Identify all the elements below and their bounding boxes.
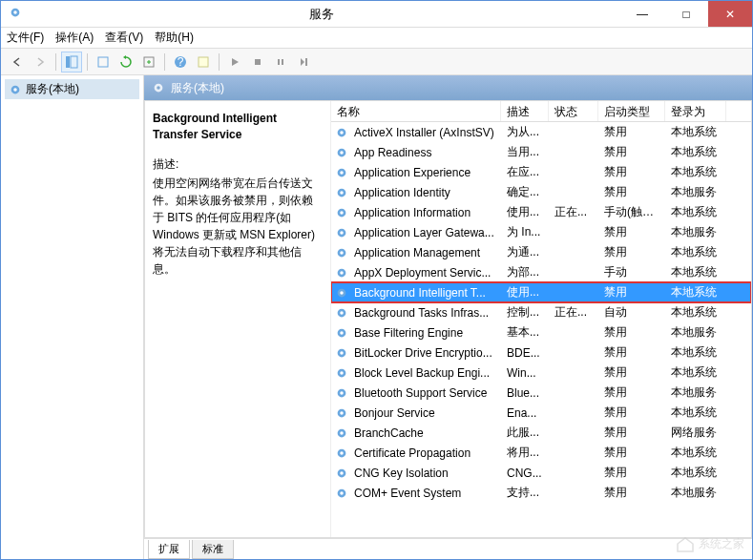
service-name: Application Layer Gatewa... (348, 226, 501, 239)
service-row[interactable]: Background Tasks Infras...控制...正在...自动本地… (331, 302, 751, 322)
help-button[interactable]: ? (170, 52, 191, 73)
service-name: Background Intelligent T... (348, 286, 501, 300)
svg-point-22 (340, 171, 344, 175)
back-button[interactable] (7, 52, 28, 73)
service-row[interactable]: Application Identity确定...禁用本地服务 (331, 182, 751, 202)
service-row[interactable]: AppX Deployment Servic...为部...手动本地系统 (331, 262, 751, 282)
service-row[interactable]: Application Management为通...禁用本地系统 (331, 242, 751, 262)
service-row[interactable]: Base Filtering Engine基本...禁用本地服务 (331, 322, 751, 342)
service-name: Application Experience (348, 166, 501, 179)
service-logon: 本地系统 (665, 284, 726, 301)
gear-icon (335, 246, 348, 259)
menu-view[interactable]: 查看(V) (105, 30, 143, 46)
column-status[interactable]: 状态 (549, 101, 598, 121)
svg-point-18 (340, 131, 344, 135)
action-button[interactable] (193, 52, 214, 73)
svg-point-34 (340, 291, 344, 295)
show-tree-button[interactable] (61, 52, 82, 73)
service-row[interactable]: BranchCache此服...禁用网络服务 (331, 423, 751, 443)
tree-item-services[interactable]: 服务(本地) (5, 79, 139, 99)
refresh-button[interactable] (115, 52, 136, 73)
svg-point-24 (340, 191, 344, 195)
toolbar: ? (1, 49, 752, 75)
service-row[interactable]: Background Intelligent T...使用...禁用本地系统 (331, 282, 751, 302)
service-logon: 本地系统 (665, 244, 726, 260)
service-row[interactable]: App Readiness当用...禁用本地系统 (331, 142, 751, 162)
service-row[interactable]: BitLocker Drive Encryptio...BDE...禁用本地系统 (331, 342, 751, 363)
service-name: Background Tasks Infras... (348, 306, 501, 320)
service-row[interactable]: Bluetooth Support ServiceBlue...禁用本地服务 (331, 383, 751, 403)
tree-panel: 服务(本地) (1, 75, 144, 559)
list-rows[interactable]: ActiveX Installer (AxInstSV)为从...禁用本地系统A… (331, 122, 751, 537)
service-desc: 确定... (501, 184, 549, 200)
column-logon[interactable]: 登录为 (665, 101, 726, 121)
start-service-button[interactable] (224, 52, 245, 73)
restart-service-button[interactable] (293, 52, 314, 73)
forward-button[interactable] (30, 52, 51, 73)
service-desc: 使用... (501, 204, 549, 220)
service-row[interactable]: Application Layer Gatewa...为 In...禁用本地服务 (331, 222, 751, 242)
service-start: 禁用 (598, 164, 665, 180)
gear-icon (335, 146, 348, 159)
close-button[interactable]: ✕ (708, 1, 752, 27)
panel-header: 服务(本地) (144, 75, 752, 100)
svg-point-28 (340, 231, 344, 235)
service-row[interactable]: Block Level Backup Engi...Win...禁用本地系统 (331, 363, 751, 383)
svg-rect-4 (98, 57, 108, 67)
service-start: 手动(触发... (598, 204, 665, 220)
maximize-button[interactable]: □ (664, 1, 708, 27)
stop-service-button[interactable] (247, 52, 268, 73)
service-desc: Win... (501, 366, 549, 380)
service-logon: 本地系统 (665, 264, 726, 280)
service-start: 禁用 (598, 344, 665, 361)
column-desc[interactable]: 描述 (501, 101, 549, 121)
pause-service-button[interactable] (270, 52, 291, 73)
service-start: 禁用 (598, 224, 665, 240)
svg-rect-3 (71, 56, 77, 68)
service-row[interactable]: Application Information使用...正在...手动(触发..… (331, 202, 751, 222)
minimize-button[interactable]: — (620, 1, 664, 27)
service-name: BranchCache (348, 426, 501, 440)
export-button[interactable] (138, 52, 159, 73)
gear-icon (335, 467, 348, 480)
menu-action[interactable]: 操作(A) (55, 30, 94, 46)
service-start: 禁用 (598, 465, 665, 481)
service-desc: 在应... (501, 164, 549, 180)
svg-point-50 (340, 451, 344, 455)
column-start[interactable]: 启动类型 (598, 101, 665, 121)
service-row[interactable]: Bonjour ServiceEna...禁用本地系统 (331, 403, 751, 423)
svg-point-38 (340, 331, 344, 335)
panel-title: 服务(本地) (171, 80, 224, 96)
service-row[interactable]: COM+ Event System支持...禁用本地服务 (331, 483, 751, 503)
tree-item-label: 服务(本地) (26, 81, 79, 97)
service-logon: 本地服务 (665, 485, 726, 501)
properties-button[interactable] (93, 52, 114, 73)
service-desc: 支持... (501, 485, 549, 501)
service-start: 禁用 (598, 425, 665, 441)
service-logon: 本地系统 (665, 144, 726, 160)
svg-point-36 (340, 311, 344, 315)
service-desc: 为从... (501, 124, 549, 140)
service-name: Application Management (348, 246, 501, 259)
menu-file[interactable]: 文件(F) (7, 30, 44, 46)
service-name: AppX Deployment Servic... (348, 266, 501, 280)
service-logon: 本地系统 (665, 445, 726, 461)
tab-standard[interactable]: 标准 (192, 540, 234, 559)
column-name[interactable]: 名称 (331, 101, 501, 121)
service-logon: 本地系统 (665, 164, 726, 180)
service-row[interactable]: CNG Key IsolationCNG...禁用本地系统 (331, 463, 751, 483)
gear-icon (335, 126, 348, 139)
service-row[interactable]: Application Experience在应...禁用本地系统 (331, 162, 751, 182)
service-name: BitLocker Drive Encryptio... (348, 346, 501, 360)
service-row[interactable]: ActiveX Installer (AxInstSV)为从...禁用本地系统 (331, 122, 751, 142)
service-name: ActiveX Installer (AxInstSV) (348, 126, 501, 139)
gear-icon (335, 346, 348, 360)
tab-extended[interactable]: 扩展 (148, 540, 190, 559)
svg-point-30 (340, 251, 344, 255)
svg-point-42 (340, 371, 344, 375)
service-desc: BDE... (501, 346, 549, 360)
gear-icon (335, 306, 348, 320)
menu-help[interactable]: 帮助(H) (155, 30, 194, 46)
service-row[interactable]: Certificate Propagation将用...禁用本地系统 (331, 443, 751, 463)
gear-icon (335, 406, 348, 420)
